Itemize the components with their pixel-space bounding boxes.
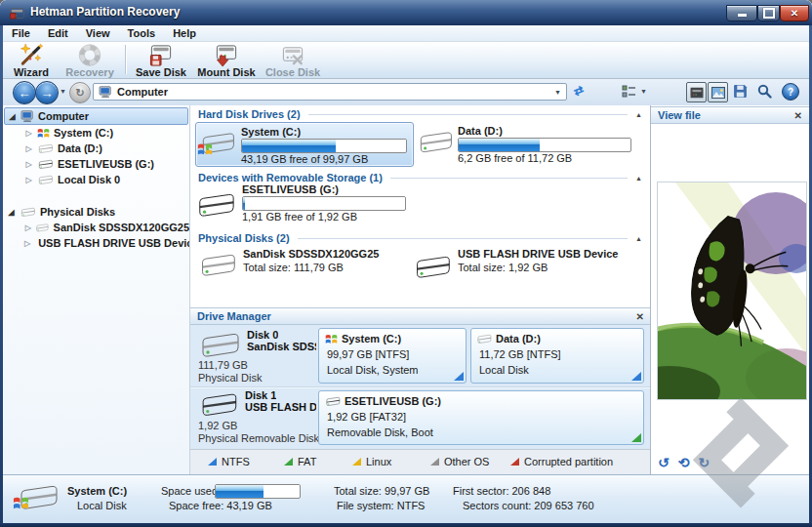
collapse-chevron-icon[interactable]: ▲ <box>635 175 642 182</box>
menu-item-help[interactable]: Help <box>164 26 205 40</box>
expander-open-icon[interactable]: ◢ <box>8 112 17 121</box>
expander-closed-icon[interactable]: ▷ <box>24 129 33 138</box>
partition-tile-esetliveusb-g[interactable]: ESETLIVEUSB (G:) 1,92 GB [FAT32] Removab… <box>318 390 644 445</box>
panel-title: View file <box>658 109 794 121</box>
picture-icon <box>711 87 725 99</box>
disk-icon <box>198 252 237 279</box>
address-bar[interactable]: Computer ▼ <box>93 83 567 101</box>
legend-label: NTFS <box>222 456 250 467</box>
recovery-button[interactable]: Recovery <box>58 42 122 78</box>
rotate-ccw-icon[interactable]: ⟲ <box>678 456 690 469</box>
legend-item-linux: Linux <box>352 456 391 467</box>
mount-disk-button[interactable]: Mount Disk <box>192 42 261 78</box>
view-options-dropdown-icon[interactable]: ▼ <box>640 88 647 95</box>
magic-wand-icon <box>19 43 44 67</box>
tree-item-label: Computer <box>38 110 89 122</box>
other-os-triangle-icon <box>430 458 439 466</box>
disk-model: USB FLASH DRIVE USB Device <box>245 401 316 413</box>
drive-tile-esetliveusb-g[interactable]: ESETLIVEUSB (G:) 1,91 GB free of 1,92 GB <box>193 183 412 230</box>
view-options-icon[interactable] <box>622 85 636 99</box>
section-removable-storage: Devices with Removable Storage (1) ▲ <box>198 172 642 183</box>
expander-closed-icon[interactable]: ▷ <box>24 239 30 248</box>
legend-item-corrupted: Corrupted partition <box>510 456 613 467</box>
drive-tile-sandisk[interactable]: SanDisk SDSSDX120GG25 Total size: 111,79… <box>190 246 413 285</box>
filesystem-corner-ntfs <box>454 372 464 381</box>
close-disk-button[interactable]: Close Disk <box>261 42 325 78</box>
partition-name: ESETLIVEUSB (G:) <box>345 395 441 407</box>
menu-item-edit[interactable]: Edit <box>39 26 77 40</box>
toolbar-separator <box>125 45 127 74</box>
drive-detail: Total size: 1,92 GB <box>458 262 548 273</box>
disk-thumbnail-icon <box>690 87 704 99</box>
expander-closed-icon[interactable]: ▷ <box>24 144 33 153</box>
free-space-text: 6,2 GB free of 11,72 GB <box>458 152 572 164</box>
expander-closed-icon[interactable]: ▷ <box>24 176 33 184</box>
preview-image-toggle-button[interactable] <box>708 82 728 102</box>
rotate-right-icon[interactable]: ↻ <box>698 456 710 469</box>
tree-item-label: SanDisk SDSSDX120GG25 <box>54 222 189 233</box>
expander-closed-icon[interactable]: ▷ <box>24 160 33 169</box>
tree-item-label: ESETLIVEUSB (G:) <box>58 158 154 170</box>
menu-item-file[interactable]: File <box>3 26 39 40</box>
recovery-button-label: Recovery <box>65 66 114 78</box>
save-disk-button[interactable]: Save Disk <box>130 42 192 78</box>
refresh-icon[interactable]: ⇄ <box>572 83 587 100</box>
legend-label: Linux <box>366 456 391 467</box>
tree-item-system-c[interactable]: ▷ System (C:) <box>3 125 189 141</box>
forward-button[interactable]: → <box>35 81 59 104</box>
space-free-text: Space free: 43,19 GB <box>169 500 272 511</box>
drive-name: System (C:) <box>241 126 301 138</box>
capacity-bar <box>242 196 406 211</box>
toolbar: Wizard Recovery Save Disk <box>3 42 809 79</box>
partition-tile-system-c[interactable]: System (C:) 99,97 GB [NTFS] Local Disk, … <box>318 328 467 384</box>
address-text: Computer <box>117 86 549 98</box>
tree-item-local-disk-0[interactable]: ▷ Local Disk 0 <box>3 172 189 187</box>
maximize-button[interactable] <box>757 5 780 21</box>
tree-item-label: Physical Disks <box>40 206 115 218</box>
minimize-button[interactable] <box>726 5 757 21</box>
partition-tile-data-d[interactable]: Data (D:) 11,72 GB [NTFS] Local Disk <box>470 328 644 384</box>
section-physical-disks: Physical Disks (2) ▲ <box>198 232 642 244</box>
expander-closed-icon[interactable]: ▷ <box>24 223 31 232</box>
life-ring-icon <box>77 43 102 67</box>
tree-item-sandisk[interactable]: ▷ SanDisk SDSSDX120GG25 <box>3 220 189 235</box>
history-dropdown-icon[interactable]: ▼ <box>60 88 66 95</box>
wizard-button[interactable]: Wizard <box>5 42 58 78</box>
computer-icon <box>20 110 34 122</box>
address-dropdown-icon[interactable]: ▼ <box>554 89 561 96</box>
tree-item-data-d[interactable]: ▷ Data (D:) <box>3 141 189 156</box>
sectors-count-text: Sectors count: 209 653 760 <box>463 500 594 511</box>
disk-icon <box>198 331 241 360</box>
usb-disk-icon <box>198 391 239 419</box>
expander-open-icon[interactable]: ◢ <box>7 208 16 217</box>
close-panel-icon[interactable]: ✕ <box>636 311 644 322</box>
minimize-icon <box>738 14 747 17</box>
close-button[interactable]: ✕ <box>780 5 809 21</box>
drive-tile-data-d[interactable]: Data (D:) 6,2 GB free of 11,72 GB <box>417 122 643 165</box>
search-icon[interactable] <box>757 84 772 99</box>
drive-tile-system-c[interactable]: System (C:) 43,19 GB free of 99,97 GB <box>195 122 414 167</box>
menu-item-view[interactable]: View <box>77 26 119 40</box>
window-title: Hetman Partition Recovery <box>30 5 180 19</box>
corrupted-triangle-icon <box>510 458 519 466</box>
tree-item-esetliveusb-g[interactable]: ▷ ESETLIVEUSB (G:) <box>3 156 189 172</box>
menu-item-tools[interactable]: Tools <box>119 26 165 40</box>
collapse-chevron-icon[interactable]: ▲ <box>635 235 642 242</box>
close-panel-icon[interactable]: ✕ <box>794 110 802 121</box>
legend-label: Corrupted partition <box>524 456 613 467</box>
help-button[interactable]: ? <box>782 83 799 101</box>
refresh-button-disabled[interactable]: ↻ <box>69 82 91 103</box>
folder-tree-panel: ◢ Computer ▷ System (C:) ▷ Data (D:) ▷ E… <box>3 105 189 474</box>
disk-size: 1,92 GB <box>198 420 237 431</box>
drive-name: Data (D:) <box>458 125 503 137</box>
tree-item-physical-disks[interactable]: ◢ Physical Disks <box>3 204 189 220</box>
tree-item-computer[interactable]: ◢ Computer <box>4 107 188 125</box>
preview-disk-toggle-button[interactable] <box>686 82 707 102</box>
collapse-chevron-icon[interactable]: ▲ <box>635 111 642 118</box>
back-button[interactable]: ← <box>13 81 36 104</box>
windows-drive-icon <box>325 333 338 345</box>
save-icon[interactable] <box>733 84 748 99</box>
rotate-left-icon[interactable]: ↺ <box>658 456 670 469</box>
drive-tile-usb-flash[interactable]: USB FLASH DRIVE USB Device Total size: 1… <box>413 246 651 285</box>
tree-item-usb-flash-drive[interactable]: ▷ USB FLASH DRIVE USB Device <box>3 235 189 251</box>
